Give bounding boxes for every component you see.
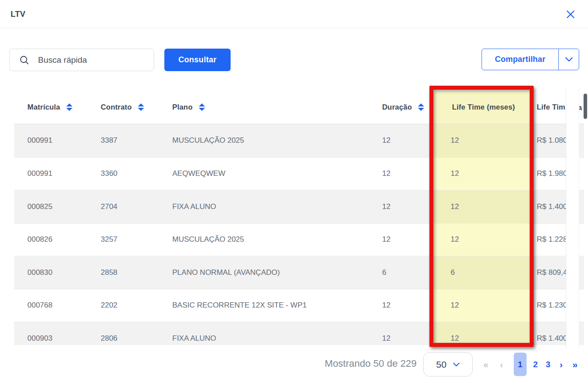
cell-duracao: 12 [382, 169, 433, 178]
pagination-prev-button[interactable]: ‹ [500, 359, 503, 370]
cell-contrato: 2202 [101, 301, 172, 310]
pagination-first-button[interactable]: « [483, 359, 489, 370]
cell-plano: MUSCULAÇÃO 2025 [172, 235, 382, 244]
column-header-duracao[interactable]: Duração [382, 103, 433, 111]
cell-plano: AEQWEQWEW [172, 169, 382, 178]
page-size-value: 50 [436, 359, 446, 370]
results-count-text: Mostrando 50 de 229 [325, 358, 417, 369]
page-title: LTV [11, 10, 26, 19]
cell-duracao: 12 [382, 202, 433, 211]
pagination-page-3[interactable]: 3 [546, 360, 550, 369]
cell-matricula: 000991 [14, 136, 101, 145]
chevron-down-icon [453, 362, 460, 367]
pagination-next-button[interactable]: › [560, 359, 563, 370]
column-label: Matrícula [27, 103, 60, 111]
consult-button[interactable]: Consultar [164, 49, 231, 71]
cell-matricula: 000903 [14, 334, 101, 343]
close-button[interactable] [563, 7, 577, 21]
cell-contrato: 2806 [101, 334, 172, 343]
cell-plano: FIXA ALUNO [172, 202, 382, 211]
cell-matricula: 000768 [14, 301, 101, 310]
quick-search [9, 49, 154, 71]
cell-duracao: 12 [382, 235, 433, 244]
chevron-down-icon [565, 57, 573, 62]
cell-matricula: 000991 [14, 169, 101, 178]
close-icon [566, 10, 575, 19]
cell-contrato: 3387 [101, 136, 172, 145]
cell-duracao: 12 [382, 301, 433, 310]
pagination-page-1[interactable]: 1 [514, 353, 527, 376]
cell-duracao: 12 [382, 136, 433, 145]
share-button[interactable]: Compartilhar [482, 49, 559, 70]
column-header-matricula[interactable]: Matrícula [14, 103, 101, 111]
cell-matricula: 000830 [14, 268, 101, 277]
page-size-select[interactable]: 50 [423, 352, 473, 376]
cell-contrato: 2858 [101, 268, 172, 277]
sort-icon[interactable] [138, 103, 144, 111]
column-header-contrato[interactable]: Contrato [101, 103, 172, 111]
sort-icon[interactable] [66, 103, 72, 111]
cell-contrato: 3360 [101, 169, 172, 178]
share-split-button: Compartilhar [482, 49, 579, 70]
ltv-modal: LTV Consultar Compartilhar Matrícula [0, 0, 588, 384]
column-label: Duração [382, 103, 412, 111]
column-label: Life Tim [537, 103, 565, 111]
cell-plano: MUSCULAÇÃO 2025 [172, 136, 382, 145]
sort-icon[interactable] [199, 103, 205, 111]
column-label: Contrato [101, 103, 132, 111]
modal-titlebar: LTV [0, 0, 588, 28]
table-scrollbar-track[interactable] [566, 87, 579, 349]
sort-icon[interactable] [418, 103, 424, 111]
cell-plano: FIXA ALUNO [172, 334, 382, 343]
vertical-scrollbar-thumb[interactable] [584, 94, 587, 119]
cell-duracao: 12 [382, 334, 433, 343]
search-icon [19, 55, 29, 65]
pagination-last-button[interactable]: » [573, 359, 578, 370]
cell-plano: PLANO NORMAL (AVANÇADO) [172, 268, 382, 277]
column-label: Plano [172, 103, 193, 111]
cell-matricula: 000826 [14, 235, 101, 244]
pagination: « ‹ 1 2 3 › » [483, 353, 578, 376]
cell-duracao: 6 [382, 268, 433, 277]
cell-contrato: 2704 [101, 202, 172, 211]
highlight-annotation-box [429, 86, 534, 347]
pagination-page-2[interactable]: 2 [533, 360, 538, 369]
share-dropdown-button[interactable] [559, 49, 579, 70]
cell-contrato: 3257 [101, 235, 172, 244]
cell-plano: BASIC RECORRENTE 12X SITE - WP1 [172, 301, 382, 310]
search-input[interactable] [38, 55, 140, 65]
cell-matricula: 000825 [14, 202, 101, 211]
column-header-plano[interactable]: Plano [172, 103, 382, 111]
